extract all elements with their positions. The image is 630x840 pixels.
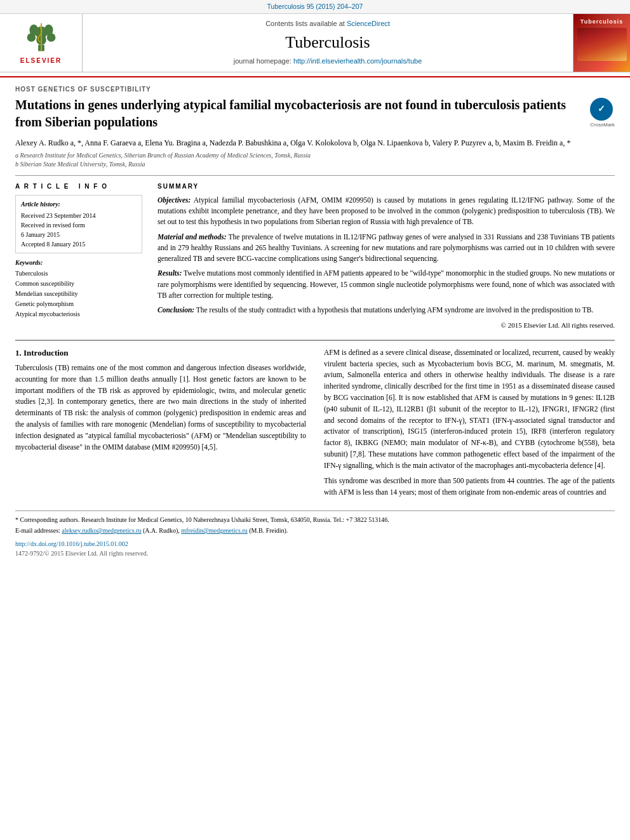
article-info-summary: A R T I C L E I N F O Article history: R… [15,182,615,331]
intro-para2-text: AFM is defined as a severe clinical dise… [324,349,615,469]
doi-line[interactable]: http://dx.doi.org/10.1016/j.tube.2015.01… [15,539,615,549]
received-date: Received 23 September 2014 [21,211,137,220]
cover-title: Tuberculosis [580,18,623,26]
objectives-label: Objectives: [158,196,191,204]
elsevier-logo: ELSEVIER [0,14,83,72]
summary-methods: Material and methods: The prevalence of … [158,232,615,265]
revised-date: 6 January 2015 [21,230,137,239]
footnotes: * Corresponding authors. Research Instit… [15,510,615,558]
keyword-4: Genetic polymorphism [15,299,142,309]
homepage-line: journal homepage: http://intl.elsevierhe… [234,57,422,66]
article-title: Mutations in genes underlying atypical f… [15,97,615,131]
keyword-2: Common susceptibility [15,279,142,289]
corresponding-note: * Corresponding authors. Research Instit… [15,515,615,524]
email-line: E-mail addresses: aleksey.rudko@medgenet… [15,526,615,535]
history-title: Article history: [21,199,137,210]
copyright-line: © 2015 Elsevier Ltd. All rights reserved… [158,321,615,330]
summary-objectives: Objectives: Atypical familial mycobacter… [158,195,615,228]
crossmark-badge: ✓ CrossMark [590,98,615,128]
authors-line: Alexey A. Rudko a, *, Anna F. Garaeva a,… [15,137,615,149]
crossmark-icon: ✓ [590,98,613,121]
intro-para1: Tuberculosis (TB) remains one of the mos… [15,363,306,453]
summary-conclusion: Conclusion: The results of the study con… [158,305,615,316]
svg-point-6 [44,25,53,36]
svg-point-5 [29,25,38,36]
section-label: HOST GENETICS OF SUSCEPTIBILITY [15,85,615,94]
authors-text: Alexey A. Rudko a, *, Anna F. Garaeva a,… [15,138,570,147]
affiliation-a: a Research Institute for Medical Genetic… [15,151,615,160]
revised-label: Received in revised form [21,220,137,230]
intro-para3-text: This syndrome was described in more than… [324,477,615,496]
email1-name: (A.A. Rudko), [143,527,180,534]
journal-name: Tuberculosis [285,31,370,54]
conclusion-text: The results of the study contradict with… [196,306,594,314]
body-col-right: AFM is defined as a severe clinical dise… [324,347,615,502]
keyword-1: Tuberculosis [15,269,142,279]
homepage-link[interactable]: http://intl.elsevierhealth.com/journals/… [293,57,422,65]
issn-line: 1472-9792/© 2015 Elsevier Ltd. All right… [15,549,615,558]
objectives-text: Atypical familial mycobacteriosis (AFM, … [158,196,615,226]
keywords-block: Keywords: Tuberculosis Common susceptibi… [15,258,142,319]
keywords-title: Keywords: [15,258,142,267]
intro-para3: This syndrome was described in more than… [324,476,615,498]
body-two-col: 1. Introduction Tuberculosis (TB) remain… [15,347,615,502]
affiliation-b: b Siberian State Medical University, Tom… [15,160,615,169]
separator-1 [15,175,615,176]
article-info-title: A R T I C L E I N F O [15,182,142,191]
body-col-left: 1. Introduction Tuberculosis (TB) remain… [15,347,306,502]
keyword-3: Mendelian susceptibility [15,289,142,299]
email-label: E-mail addresses: [15,527,60,534]
accepted-date: Accepted 8 January 2015 [21,239,137,249]
results-text: Twelve mutations most commonly identifie… [158,269,615,299]
intro-para1-text: Tuberculosis (TB) remains one of the mos… [15,364,306,451]
affiliations: a Research Institute for Medical Genetic… [15,151,615,169]
elsevier-brand: ELSEVIER [20,57,62,65]
journal-top-bar: ELSEVIER Contents lists available at Sci… [0,14,630,72]
journal-cover: Tuberculosis [573,14,630,72]
elsevier-tree-icon [17,20,66,55]
col-left: A R T I C L E I N F O Article history: R… [15,182,142,331]
article-title-block: ✓ CrossMark Mutations in genes underlyin… [15,97,615,131]
summary-heading: SUMMARY [158,182,615,191]
body-separator [15,340,615,341]
crossmark-label: CrossMark [590,121,615,128]
sciencedirect-link[interactable]: ScienceDirect [347,20,390,27]
email1-link[interactable]: aleksey.rudko@medgenetics.ru [62,527,141,534]
journal-center-info: Contents lists available at ScienceDirec… [83,14,573,72]
email2-name: (M.B. Freidin). [249,527,288,534]
volume-issue: Tuberculosis 95 (2015) 204–207 [267,3,363,10]
email2-link[interactable]: mfreidin@medgenetics.ru [181,527,247,534]
keyword-5: Atypical mycobacteriosis [15,309,142,319]
article-meta-bar: Tuberculosis 95 (2015) 204–207 [0,0,630,14]
journal-header: Tuberculosis 95 (2015) 204–207 [0,0,630,77]
summary-results: Results: Twelve mutations most commonly … [158,268,615,301]
intro-heading: 1. Introduction [15,347,306,359]
sciencedirect-line: Contents lists available at ScienceDirec… [265,19,390,29]
page: Tuberculosis 95 (2015) 204–207 [0,0,630,571]
results-label: Results: [158,269,182,277]
article-history-box: Article history: Received 23 September 2… [15,195,142,253]
intro-para2: AFM is defined as a severe clinical dise… [324,347,615,472]
col-right-summary: SUMMARY Objectives: Atypical familial my… [158,182,615,331]
conclusion-label: Conclusion: [158,306,194,314]
article-body: HOST GENETICS OF SUSCEPTIBILITY ✓ CrossM… [0,77,630,571]
methods-label: Material and methods: [158,233,227,241]
